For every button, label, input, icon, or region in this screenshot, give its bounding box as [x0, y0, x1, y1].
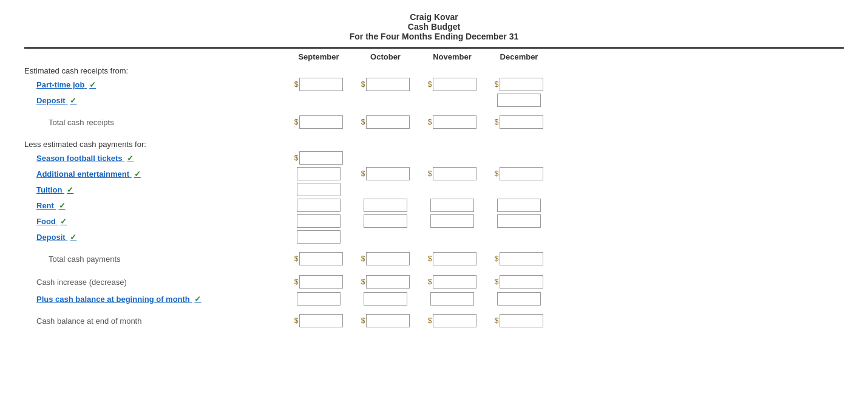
additional-entertainment-label[interactable]: Additional entertainment ✓ — [24, 169, 285, 179]
plus-cash-balance-sep-input[interactable] — [297, 292, 341, 306]
cash-balance-end-label: Cash balance at end of month — [24, 316, 285, 326]
part-time-job-sep: $ — [285, 78, 352, 91]
deposit-payments-row: Deposit ✓ — [24, 230, 844, 244]
total-payments-oct: $ — [352, 252, 419, 265]
cash-balance-end-dec: $ — [486, 314, 552, 327]
part-time-job-label[interactable]: Part-time job ✓ — [24, 80, 285, 89]
food-label[interactable]: Food ✓ — [24, 217, 285, 226]
tuition-check: ✓ — [67, 185, 73, 194]
total-receipts-oct-input[interactable] — [366, 115, 410, 129]
col-october: October — [352, 52, 419, 61]
cash-increase-sep-input[interactable] — [299, 275, 343, 289]
season-tickets-check: ✓ — [127, 154, 134, 163]
title-doc: Cash Budget — [24, 22, 844, 32]
food-check: ✓ — [60, 217, 67, 226]
cash-increase-dec: $ — [486, 275, 552, 289]
cash-balance-end-sep: $ — [285, 314, 352, 327]
rent-nov-input[interactable] — [430, 199, 474, 212]
additional-entertainment-oct-input[interactable] — [366, 167, 410, 180]
cash-increase-dec-input[interactable] — [500, 275, 543, 289]
total-payments-label: Total cash payments — [24, 255, 285, 264]
deposit-payments-check: ✓ — [70, 233, 76, 242]
cash-increase-nov-input[interactable] — [433, 275, 476, 289]
col-september: September — [285, 52, 352, 61]
plus-cash-balance-label[interactable]: Plus cash balance at beginning of month … — [24, 295, 285, 304]
part-time-job-nov-input[interactable] — [433, 78, 476, 91]
title-name: Craig Kovar — [24, 12, 844, 22]
season-tickets-sep-input[interactable] — [299, 151, 343, 165]
deposit-payments-sep — [285, 230, 352, 244]
part-time-job-oct-input[interactable] — [366, 78, 410, 91]
cash-balance-end-nov: $ — [419, 314, 486, 327]
plus-cash-balance-nov-input[interactable] — [430, 292, 474, 306]
food-sep-input[interactable] — [297, 214, 341, 228]
plus-cash-balance-sep — [285, 292, 352, 306]
cash-balance-end-sep-input[interactable] — [299, 314, 343, 327]
food-sep — [285, 214, 352, 228]
part-time-job-row: Part-time job ✓ $ $ $ $ — [24, 78, 844, 91]
cash-increase-oct: $ — [352, 275, 419, 289]
deposit-receipts-check: ✓ — [70, 96, 76, 105]
part-time-job-oct: $ — [352, 78, 419, 91]
rent-sep-input[interactable] — [297, 199, 341, 212]
additional-entertainment-nov-input[interactable] — [433, 167, 476, 180]
rent-oct-input[interactable] — [364, 199, 407, 212]
total-receipts-oct: $ — [352, 115, 419, 129]
plus-cash-balance-check: ✓ — [194, 295, 201, 304]
part-time-job-sep-input[interactable] — [299, 78, 343, 91]
plus-cash-balance-dec-input[interactable] — [497, 292, 541, 306]
deposit-receipts-label[interactable]: Deposit ✓ — [24, 96, 285, 105]
season-tickets-label[interactable]: Season football tickets ✓ — [24, 154, 285, 163]
rent-nov — [419, 199, 486, 212]
cash-balance-end-nov-input[interactable] — [433, 314, 476, 327]
rent-dec-input[interactable] — [497, 199, 541, 212]
total-payments-sep: $ — [285, 252, 352, 265]
deposit-receipts-dec — [486, 94, 552, 107]
food-oct — [352, 214, 419, 228]
total-payments-nov-input[interactable] — [433, 252, 476, 265]
total-receipts-label: Total cash receipts — [24, 118, 285, 127]
food-dec — [486, 214, 552, 228]
food-nov-input[interactable] — [430, 214, 474, 228]
part-time-job-dec-input[interactable] — [500, 78, 543, 91]
total-receipts-sep: $ — [285, 115, 352, 129]
cash-balance-end-dec-input[interactable] — [500, 314, 543, 327]
rent-row: Rent ✓ — [24, 199, 844, 212]
total-receipts-dec: $ — [486, 115, 552, 129]
column-headers: September October November December — [24, 52, 844, 61]
col-december: December — [486, 52, 552, 61]
cash-increase-oct-input[interactable] — [366, 275, 410, 289]
cash-balance-end-oct-input[interactable] — [366, 314, 410, 327]
total-receipts-nov: $ — [419, 115, 486, 129]
additional-entertainment-sep-input[interactable] — [297, 167, 341, 180]
plus-cash-balance-row: Plus cash balance at beginning of month … — [24, 292, 844, 306]
rent-label[interactable]: Rent ✓ — [24, 201, 285, 210]
tuition-row: Tuition ✓ — [24, 183, 844, 196]
total-payments-dec-input[interactable] — [500, 252, 543, 265]
plus-cash-balance-oct — [352, 292, 419, 306]
deposit-payments-sep-input[interactable] — [297, 230, 341, 244]
additional-entertainment-check: ✓ — [134, 169, 141, 179]
rent-oct — [352, 199, 419, 212]
total-receipts-nov-input[interactable] — [433, 115, 476, 129]
tuition-label[interactable]: Tuition ✓ — [24, 185, 285, 194]
deposit-receipts-dec-input[interactable] — [497, 94, 541, 107]
food-nov — [419, 214, 486, 228]
total-payments-dec: $ — [486, 252, 552, 265]
col-november: November — [419, 52, 486, 61]
cash-balance-end-row: Cash balance at end of month $ $ $ $ — [24, 314, 844, 327]
additional-entertainment-dec-input[interactable] — [500, 167, 543, 180]
cash-increase-label: Cash increase (decrease) — [24, 278, 285, 287]
total-payments-oct-input[interactable] — [366, 252, 410, 265]
plus-cash-balance-oct-input[interactable] — [364, 292, 407, 306]
food-oct-input[interactable] — [364, 214, 407, 228]
total-receipts-dec-input[interactable] — [500, 115, 543, 129]
food-dec-input[interactable] — [497, 214, 541, 228]
tuition-sep-input[interactable] — [297, 183, 341, 196]
deposit-payments-label[interactable]: Deposit ✓ — [24, 233, 285, 242]
total-payments-sep-input[interactable] — [299, 252, 343, 265]
total-receipts-sep-input[interactable] — [299, 115, 343, 129]
food-row: Food ✓ — [24, 214, 844, 228]
cash-balance-end-oct: $ — [352, 314, 419, 327]
payments-section-label: Less estimated cash payments for: — [24, 140, 844, 149]
